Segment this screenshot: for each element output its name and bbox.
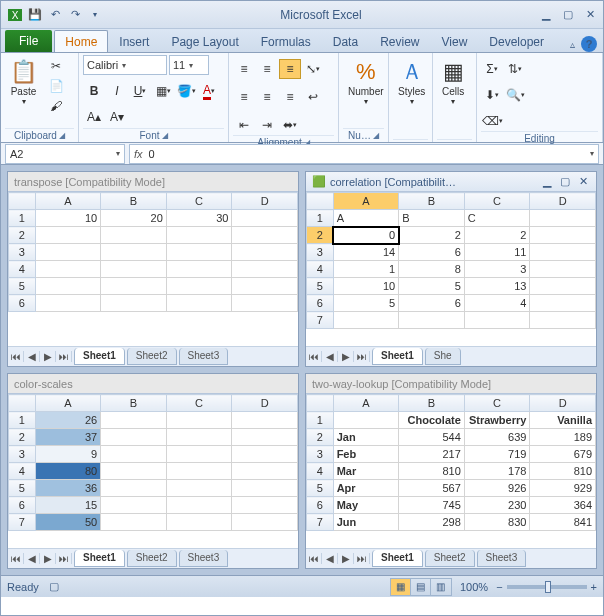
restore-icon[interactable]: ▢ — [558, 175, 572, 188]
chevron-down-icon[interactable]: ▾ — [116, 149, 120, 158]
sheet-tab[interactable]: Sheet3 — [477, 550, 527, 567]
prev-sheet-icon[interactable]: ◀ — [322, 553, 338, 564]
cell[interactable] — [232, 446, 298, 463]
row-header[interactable]: 1 — [9, 210, 36, 227]
cell[interactable]: 810 — [530, 463, 596, 480]
cell[interactable] — [166, 463, 232, 480]
sheet-tab[interactable]: Sheet2 — [127, 348, 177, 365]
close-icon[interactable]: ✕ — [583, 8, 597, 22]
page-layout-view-icon[interactable]: ▤ — [411, 579, 431, 595]
font-size-combo[interactable]: 11▾ — [169, 55, 209, 75]
cell[interactable]: 26 — [35, 412, 101, 429]
row-header[interactable]: 7 — [307, 312, 334, 329]
row-header[interactable]: 5 — [9, 278, 36, 295]
cell[interactable]: 830 — [464, 514, 530, 531]
row-header[interactable]: 4 — [9, 463, 36, 480]
align-right-icon[interactable]: ≡ — [279, 87, 301, 107]
cell[interactable] — [166, 278, 232, 295]
prev-sheet-icon[interactable]: ◀ — [24, 553, 40, 564]
cell[interactable]: 3 — [464, 261, 530, 278]
last-sheet-icon[interactable]: ⏭ — [56, 351, 72, 362]
cell[interactable] — [101, 429, 167, 446]
cell[interactable] — [166, 446, 232, 463]
tab-insert[interactable]: Insert — [108, 30, 160, 52]
cell[interactable] — [35, 278, 101, 295]
cell[interactable]: 745 — [399, 497, 465, 514]
dialog-launcher-icon[interactable]: ◢ — [59, 131, 65, 140]
merge-center-icon[interactable]: ⬌▾ — [279, 115, 301, 135]
cell[interactable] — [232, 278, 298, 295]
cut-icon[interactable]: ✂ — [46, 57, 66, 75]
row-header[interactable]: 1 — [307, 210, 334, 227]
cell[interactable] — [232, 210, 298, 227]
italic-button[interactable]: I — [106, 81, 128, 101]
col-header[interactable]: B — [399, 193, 465, 210]
expand-formula-icon[interactable]: ▾ — [590, 149, 594, 158]
cell[interactable]: 6 — [399, 295, 465, 312]
cell[interactable]: 2 — [399, 227, 465, 244]
row-header[interactable]: 6 — [9, 295, 36, 312]
cell[interactable]: 217 — [399, 446, 465, 463]
underline-button[interactable]: U▾ — [129, 81, 151, 101]
col-header[interactable]: A — [333, 395, 399, 412]
cell[interactable]: 13 — [464, 278, 530, 295]
redo-icon[interactable]: ↷ — [67, 7, 83, 23]
workbook-colorscales[interactable]: color-scalesABCD12623739480536615750⏮◀▶⏭… — [7, 373, 299, 569]
sheet-tab[interactable]: Sheet1 — [372, 550, 423, 567]
number-format-button[interactable]: % Number ▾ — [343, 55, 389, 109]
cell[interactable] — [166, 514, 232, 531]
shrink-font-icon[interactable]: A▾ — [106, 107, 128, 127]
row-header[interactable]: 4 — [9, 261, 36, 278]
cell[interactable] — [232, 244, 298, 261]
font-name-combo[interactable]: Calibri▾ — [83, 55, 167, 75]
clear-icon[interactable]: ⌫▾ — [481, 111, 503, 131]
cell[interactable]: 719 — [464, 446, 530, 463]
styles-button[interactable]: Ａ Styles ▾ — [393, 55, 430, 109]
row-header[interactable]: 4 — [307, 261, 334, 278]
cell[interactable]: Feb — [333, 446, 399, 463]
save-icon[interactable]: 💾 — [27, 7, 43, 23]
col-header[interactable]: D — [232, 395, 298, 412]
qat-customize-icon[interactable]: ▾ — [87, 7, 103, 23]
cell[interactable]: 14 — [333, 244, 399, 261]
row-header[interactable]: 7 — [9, 514, 36, 531]
next-sheet-icon[interactable]: ▶ — [338, 553, 354, 564]
cell[interactable]: 4 — [464, 295, 530, 312]
prev-sheet-icon[interactable]: ◀ — [24, 351, 40, 362]
cell[interactable]: Jun — [333, 514, 399, 531]
last-sheet-icon[interactable]: ⏭ — [354, 351, 370, 362]
minimize-ribbon-icon[interactable]: ▵ — [570, 39, 575, 50]
cell[interactable] — [530, 312, 596, 329]
row-header[interactable]: 1 — [307, 412, 334, 429]
font-color-button[interactable]: A▾ — [198, 81, 220, 101]
cell[interactable]: 5 — [333, 295, 399, 312]
col-header[interactable]: C — [464, 193, 530, 210]
decrease-indent-icon[interactable]: ⇤ — [233, 115, 255, 135]
col-header[interactable]: B — [101, 395, 167, 412]
col-header[interactable]: A — [35, 395, 101, 412]
border-button[interactable]: ▦▾ — [152, 81, 174, 101]
align-center-icon[interactable]: ≡ — [256, 87, 278, 107]
workbook-transpose[interactable]: transpose [Compatibility Mode]ABCD110203… — [7, 171, 299, 367]
sheet-tab[interactable]: Sheet1 — [74, 348, 125, 365]
find-select-icon[interactable]: 🔍▾ — [504, 85, 526, 105]
cell[interactable]: 230 — [464, 497, 530, 514]
cell[interactable] — [333, 312, 399, 329]
cell[interactable]: 37 — [35, 429, 101, 446]
cell[interactable]: 189 — [530, 429, 596, 446]
cell[interactable] — [101, 278, 167, 295]
cell[interactable]: Strawberry — [464, 412, 530, 429]
cell[interactable] — [232, 514, 298, 531]
row-header[interactable]: 2 — [9, 429, 36, 446]
cell[interactable]: C — [464, 210, 530, 227]
zoom-slider[interactable]: − + — [496, 581, 597, 593]
cell[interactable] — [333, 412, 399, 429]
cell[interactable] — [101, 514, 167, 531]
cell[interactable] — [101, 480, 167, 497]
row-header[interactable]: 3 — [307, 446, 334, 463]
cell[interactable]: 2 — [464, 227, 530, 244]
copy-icon[interactable]: 📄 — [46, 77, 66, 95]
cell[interactable]: May — [333, 497, 399, 514]
row-header[interactable]: 4 — [307, 463, 334, 480]
cell[interactable] — [530, 278, 596, 295]
